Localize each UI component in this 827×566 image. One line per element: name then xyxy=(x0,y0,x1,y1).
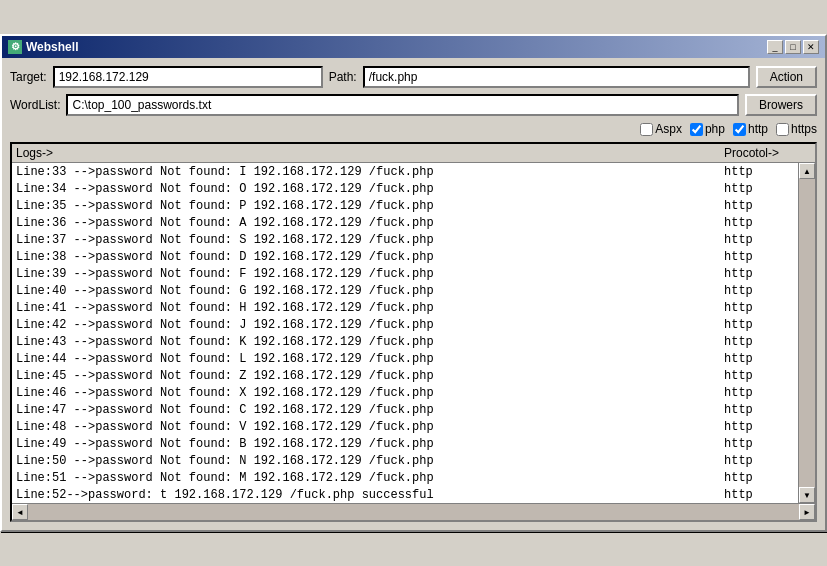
log-row-text: Line:40 -->password Not found: G 192.168… xyxy=(16,284,724,298)
log-row-protocol: http xyxy=(724,369,794,383)
log-row-text: Line:52-->password: t 192.168.172.129 /f… xyxy=(16,488,724,502)
log-row-text: Line:46 -->password Not found: X 192.168… xyxy=(16,386,724,400)
log-row-protocol: http xyxy=(724,318,794,332)
scroll-right-button[interactable]: ► xyxy=(799,504,815,520)
log-row: Line:37 -->password Not found: S 192.168… xyxy=(12,231,798,248)
scroll-track[interactable] xyxy=(799,179,815,487)
log-row: Line:49 -->password Not found: B 192.168… xyxy=(12,435,798,452)
log-row: Line:33 -->password Not found: I 192.168… xyxy=(12,163,798,180)
aspx-checkbox-item: Aspx xyxy=(640,122,682,136)
log-row: Line:51 -->password Not found: M 192.168… xyxy=(12,469,798,486)
title-bar: ⚙ Webshell _ □ ✕ xyxy=(2,36,825,58)
log-row: Line:46 -->password Not found: X 192.168… xyxy=(12,384,798,401)
log-header: Logs-> Procotol-> xyxy=(12,144,815,163)
log-row-text: Line:35 -->password Not found: P 192.168… xyxy=(16,199,724,213)
log-row-text: Line:39 -->password Not found: F 192.168… xyxy=(16,267,724,281)
log-row-text: Line:47 -->password Not found: C 192.168… xyxy=(16,403,724,417)
log-row: Line:48 -->password Not found: V 192.168… xyxy=(12,418,798,435)
log-row-text: Line:43 -->password Not found: K 192.168… xyxy=(16,335,724,349)
log-row-text: Line:44 -->password Not found: L 192.168… xyxy=(16,352,724,366)
log-row: Line:45 -->password Not found: Z 192.168… xyxy=(12,367,798,384)
checkbox-row: Aspx php http https xyxy=(10,122,817,136)
log-row: Line:43 -->password Not found: K 192.168… xyxy=(12,333,798,350)
wordlist-row: WordList: Browers xyxy=(10,94,817,116)
log-row-text: Line:36 -->password Not found: A 192.168… xyxy=(16,216,724,230)
log-row-protocol: http xyxy=(724,471,794,485)
aspx-checkbox[interactable] xyxy=(640,123,653,136)
log-row-protocol: http xyxy=(724,386,794,400)
log-row-protocol: http xyxy=(724,352,794,366)
log-row-text: Line:50 -->password Not found: N 192.168… xyxy=(16,454,724,468)
https-checkbox-item: https xyxy=(776,122,817,136)
vertical-scrollbar[interactable]: ▲ ▼ xyxy=(798,163,815,503)
maximize-button[interactable]: □ xyxy=(785,40,801,54)
log-header-logs: Logs-> xyxy=(16,146,724,160)
log-row: Line:52-->password: t 192.168.172.129 /f… xyxy=(12,486,798,503)
log-row-protocol: http xyxy=(724,437,794,451)
http-label: http xyxy=(748,122,768,136)
path-input[interactable] xyxy=(363,66,750,88)
target-label: Target: xyxy=(10,70,47,84)
title-bar-controls: _ □ ✕ xyxy=(767,40,819,54)
horizontal-scrollbar[interactable]: ◄ ► xyxy=(12,503,815,520)
minimize-button[interactable]: _ xyxy=(767,40,783,54)
log-row-text: Line:41 -->password Not found: H 192.168… xyxy=(16,301,724,315)
log-row-protocol: http xyxy=(724,199,794,213)
scroll-up-button[interactable]: ▲ xyxy=(799,163,815,179)
log-row-protocol: http xyxy=(724,267,794,281)
log-row-text: Line:51 -->password Not found: M 192.168… xyxy=(16,471,724,485)
main-window: ⚙ Webshell _ □ ✕ Target: Path: Action Wo… xyxy=(0,34,827,532)
hscroll-track[interactable] xyxy=(28,504,799,520)
log-scroll-outer: Line:31 -->password Not found: Y 192.168… xyxy=(12,163,815,503)
log-row-protocol: http xyxy=(724,284,794,298)
log-row-protocol: http xyxy=(724,301,794,315)
log-row: Line:42 -->password Not found: J 192.168… xyxy=(12,316,798,333)
log-row-protocol: http xyxy=(724,420,794,434)
log-row: Line:39 -->password Not found: F 192.168… xyxy=(12,265,798,282)
php-label: php xyxy=(705,122,725,136)
log-row-text: Line:42 -->password Not found: J 192.168… xyxy=(16,318,724,332)
php-checkbox-item: php xyxy=(690,122,725,136)
log-row: Line:47 -->password Not found: C 192.168… xyxy=(12,401,798,418)
path-label: Path: xyxy=(329,70,357,84)
http-checkbox[interactable] xyxy=(733,123,746,136)
target-input[interactable] xyxy=(53,66,323,88)
aspx-label: Aspx xyxy=(655,122,682,136)
log-list[interactable]: Line:31 -->password Not found: Y 192.168… xyxy=(12,163,798,503)
target-row: Target: Path: Action xyxy=(10,66,817,88)
php-checkbox[interactable] xyxy=(690,123,703,136)
log-row-protocol: http xyxy=(724,403,794,417)
log-row-protocol: http xyxy=(724,488,794,502)
scroll-left-button[interactable]: ◄ xyxy=(12,504,28,520)
scroll-down-button[interactable]: ▼ xyxy=(799,487,815,503)
https-checkbox[interactable] xyxy=(776,123,789,136)
log-row-text: Line:34 -->password Not found: O 192.168… xyxy=(16,182,724,196)
title-bar-text: ⚙ Webshell xyxy=(8,40,78,54)
log-row-protocol: http xyxy=(724,182,794,196)
log-row-protocol: http xyxy=(724,335,794,349)
close-button[interactable]: ✕ xyxy=(803,40,819,54)
log-row: Line:44 -->password Not found: L 192.168… xyxy=(12,350,798,367)
log-row: Line:40 -->password Not found: G 192.168… xyxy=(12,282,798,299)
window-title: Webshell xyxy=(26,40,78,54)
log-row-protocol: http xyxy=(724,165,794,179)
log-row-text: Line:37 -->password Not found: S 192.168… xyxy=(16,233,724,247)
log-row: Line:38 -->password Not found: D 192.168… xyxy=(12,248,798,265)
browsers-button[interactable]: Browers xyxy=(745,94,817,116)
log-header-protocol: Procotol-> xyxy=(724,146,794,160)
log-area: Logs-> Procotol-> Line:31 -->password No… xyxy=(10,142,817,522)
app-icon: ⚙ xyxy=(8,40,22,54)
log-row-protocol: http xyxy=(724,233,794,247)
action-button[interactable]: Action xyxy=(756,66,817,88)
log-row: Line:41 -->password Not found: H 192.168… xyxy=(12,299,798,316)
log-row-protocol: http xyxy=(724,216,794,230)
log-row-protocol: http xyxy=(724,250,794,264)
log-row: Line:35 -->password Not found: P 192.168… xyxy=(12,197,798,214)
content-area: Target: Path: Action WordList: Browers A… xyxy=(2,58,825,530)
log-row-text: Line:45 -->password Not found: Z 192.168… xyxy=(16,369,724,383)
wordlist-input[interactable] xyxy=(66,94,739,116)
log-row-text: Line:48 -->password Not found: V 192.168… xyxy=(16,420,724,434)
log-row-protocol: http xyxy=(724,454,794,468)
log-row-text: Line:38 -->password Not found: D 192.168… xyxy=(16,250,724,264)
log-row: Line:50 -->password Not found: N 192.168… xyxy=(12,452,798,469)
